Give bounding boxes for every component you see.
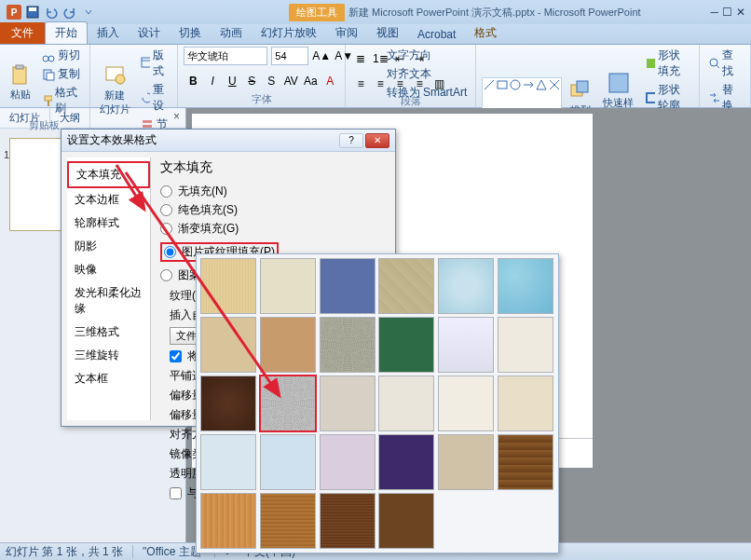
find-button[interactable]: 查找 [705, 47, 744, 80]
change-case-button[interactable]: Aa [301, 72, 320, 90]
cat-3d-rotation[interactable]: 三维旋转 [67, 344, 150, 367]
minimize-icon[interactable]: ─ [710, 6, 718, 19]
texture-swatch[interactable] [498, 376, 553, 431]
bold-button[interactable]: B [184, 72, 202, 90]
shadow-button[interactable]: S [262, 72, 280, 90]
tab-animations[interactable]: 动画 [211, 22, 252, 44]
radio-gradient-fill[interactable]: 渐变填充(G) [160, 221, 386, 237]
cat-3d-format[interactable]: 三维格式 [67, 321, 150, 344]
font-color-button[interactable]: A [321, 72, 339, 90]
smartart-button[interactable]: 转换为 SmartArt [384, 84, 471, 102]
format-painter-button[interactable]: 格式刷 [39, 84, 84, 117]
texture-swatch[interactable] [498, 317, 553, 373]
status-slide-info: 幻灯片 第 1 张，共 1 张 [6, 544, 123, 560]
redo-icon[interactable] [61, 4, 78, 20]
cat-reflection[interactable]: 映像 [67, 258, 150, 281]
reset-button[interactable]: 重设 [138, 81, 171, 115]
align-text-button[interactable]: 对齐文本 [384, 65, 471, 83]
tab-design[interactable]: 设计 [129, 22, 170, 44]
strike-button[interactable]: S [242, 72, 261, 90]
texture-swatch[interactable] [378, 493, 434, 549]
texture-swatch[interactable] [320, 376, 376, 431]
svg-rect-12 [142, 58, 150, 67]
align-left-button[interactable]: ≡ [351, 75, 370, 93]
new-slide-button[interactable]: 新建 幻灯片 [96, 62, 134, 118]
svg-rect-22 [647, 59, 654, 68]
tab-acrobat[interactable]: Acrobat [408, 25, 465, 44]
text-direction-button[interactable]: 文字方向 [384, 47, 471, 64]
group-font-label: 字体 [184, 91, 339, 107]
tab-home[interactable]: 开始 [45, 21, 88, 44]
cat-glow[interactable]: 发光和柔化边缘 [67, 281, 150, 321]
increase-font-icon[interactable]: A▲ [312, 47, 331, 65]
svg-point-25 [710, 59, 717, 66]
char-spacing-button[interactable]: AV [281, 72, 300, 90]
texture-swatch[interactable] [378, 376, 434, 431]
texture-swatch[interactable] [320, 258, 376, 314]
cat-textbox[interactable]: 文本框 [67, 367, 150, 390]
radio-solid-fill[interactable]: 纯色填充(S) [160, 202, 386, 218]
texture-swatch[interactable] [320, 317, 376, 373]
texture-swatch[interactable] [200, 258, 256, 314]
texture-swatch[interactable] [260, 434, 316, 490]
close-icon[interactable]: ✕ [736, 6, 745, 19]
svg-point-5 [48, 56, 54, 61]
paste-button[interactable]: 粘贴 [6, 61, 35, 103]
texture-swatch[interactable] [438, 317, 494, 373]
svg-rect-2 [13, 67, 26, 84]
texture-swatch[interactable] [498, 434, 553, 490]
rotate-with-shape-checkbox[interactable] [170, 487, 182, 499]
svg-rect-3 [16, 65, 23, 69]
tab-format[interactable]: 格式 [465, 22, 506, 44]
font-size-combo[interactable] [271, 47, 308, 65]
cat-text-fill[interactable]: 文本填充 [67, 161, 150, 188]
tab-insert[interactable]: 插入 [88, 22, 129, 44]
svg-rect-9 [48, 101, 49, 106]
dialog-close-icon[interactable]: ✕ [365, 133, 389, 148]
tile-checkbox[interactable] [170, 350, 182, 362]
dialog-help-icon[interactable]: ? [339, 133, 363, 148]
svg-line-16 [485, 80, 494, 89]
texture-swatch[interactable] [200, 376, 256, 431]
italic-button[interactable]: I [203, 72, 222, 90]
shape-fill-button[interactable]: 形状填充 [642, 47, 693, 80]
cat-outline-style[interactable]: 轮廓样式 [67, 212, 150, 235]
texture-swatch[interactable] [260, 258, 316, 314]
texture-swatch[interactable] [438, 376, 494, 431]
tab-review[interactable]: 审阅 [326, 22, 367, 44]
cat-shadow[interactable]: 阴影 [67, 235, 150, 258]
svg-rect-14 [143, 120, 152, 123]
texture-swatch[interactable] [260, 317, 316, 373]
copy-button[interactable]: 复制 [39, 65, 84, 83]
tab-view[interactable]: 视图 [367, 22, 408, 44]
texture-swatch[interactable] [378, 434, 434, 490]
tab-transitions[interactable]: 切换 [170, 22, 211, 44]
texture-swatch[interactable] [200, 493, 256, 549]
texture-swatch[interactable] [498, 258, 553, 314]
texture-swatch[interactable] [378, 317, 434, 373]
texture-swatch[interactable] [438, 434, 494, 490]
undo-icon[interactable] [43, 4, 60, 20]
qat-dropdown-icon[interactable] [80, 4, 97, 20]
cut-button[interactable]: 剪切 [39, 47, 84, 64]
layout-button[interactable]: 版式 [138, 47, 171, 80]
cat-text-outline[interactable]: 文本边框 [67, 188, 150, 212]
svg-line-26 [717, 65, 719, 69]
radio-no-fill[interactable]: 无填充(N) [160, 184, 386, 199]
texture-swatch[interactable] [260, 493, 316, 549]
texture-swatch[interactable] [200, 434, 256, 490]
tab-slideshow[interactable]: 幻灯片放映 [252, 22, 326, 44]
svg-point-4 [43, 56, 48, 61]
tab-file[interactable]: 文件 [0, 22, 45, 44]
save-icon[interactable] [24, 4, 41, 20]
texture-swatch[interactable] [438, 258, 494, 314]
font-name-combo[interactable] [184, 47, 267, 65]
texture-swatch[interactable] [200, 317, 256, 373]
bullets-button[interactable]: ≣ [351, 49, 370, 68]
underline-button[interactable]: U [223, 72, 241, 90]
texture-swatch-selected[interactable] [260, 376, 316, 431]
texture-swatch[interactable] [378, 258, 434, 314]
texture-swatch[interactable] [320, 434, 376, 490]
texture-swatch[interactable] [320, 493, 376, 549]
maximize-icon[interactable]: ☐ [722, 6, 732, 19]
